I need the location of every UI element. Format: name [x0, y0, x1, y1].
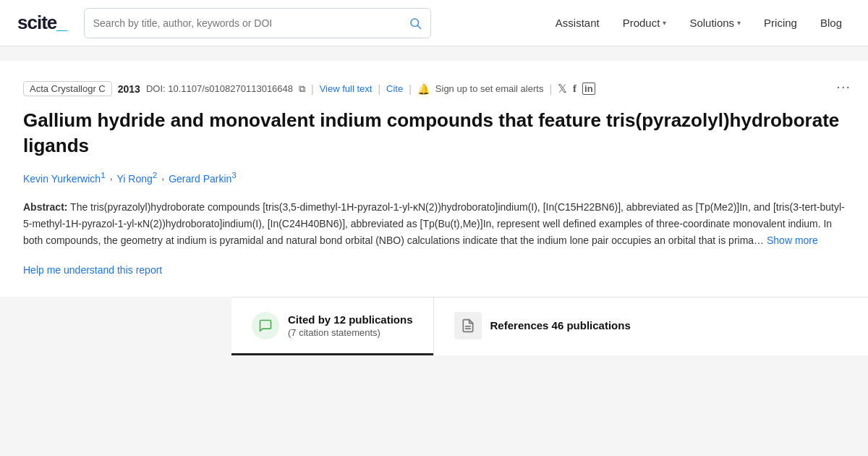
tab-cited-by[interactable]: Cited by 12 publications (7 citation sta… — [231, 297, 433, 355]
document-icon — [461, 318, 475, 333]
more-options-button[interactable]: ··· — [836, 78, 851, 95]
nav-item-solutions[interactable]: Solutions ▾ — [681, 11, 749, 35]
svg-point-0 — [411, 19, 419, 27]
cite-link[interactable]: Cite — [386, 83, 403, 94]
logo[interactable]: scite_ — [17, 12, 67, 34]
view-full-text-link[interactable]: View full text — [320, 83, 373, 94]
abstract-section: Abstract: The tris(pyrazolyl)hydroborate… — [23, 199, 845, 249]
show-more-link[interactable]: Show more — [767, 235, 818, 246]
author-link-2[interactable]: Yi Rong2 — [117, 170, 158, 185]
search-icon — [409, 17, 422, 30]
copy-icon[interactable]: ⧉ — [299, 83, 305, 95]
meta-row: Acta Crystallogr C 2013 DOI: 10.1107/s01… — [23, 81, 845, 96]
help-understand-link[interactable]: Help me understand this report — [23, 264, 162, 276]
abstract-text: The tris(pyrazolyl)hydroborate compounds… — [23, 201, 845, 246]
search-input[interactable] — [93, 17, 403, 29]
chat-bubble-icon — [258, 318, 273, 333]
author-link-1[interactable]: Kevin Yurkerwich1 — [23, 170, 106, 185]
nav-item-assistant[interactable]: Assistant — [547, 11, 608, 35]
nav-item-blog[interactable]: Blog — [812, 11, 851, 35]
chevron-down-icon: ▾ — [737, 19, 741, 27]
nav-item-product[interactable]: Product ▾ — [614, 11, 676, 35]
citation-icon-wrap — [252, 312, 279, 339]
article-title: Gallium hydride and monovalent indium co… — [23, 108, 845, 159]
tab-sub-label-cited: (7 citation statements) — [288, 327, 413, 338]
search-bar[interactable] — [84, 8, 431, 38]
main-nav: Assistant Product ▾ Solutions ▾ Pricing … — [547, 11, 851, 35]
tab-main-label-references: References 46 publications — [490, 319, 631, 332]
tab-main-label-cited: Cited by 12 publications — [288, 313, 413, 326]
email-alert-text: Sign up to set email alerts — [435, 83, 544, 94]
nav-item-pricing[interactable]: Pricing — [755, 11, 806, 35]
linkedin-icon[interactable]: in — [582, 83, 595, 95]
journal-badge: Acta Crystallogr C — [23, 81, 112, 96]
social-icons: 𝕏 f in — [558, 82, 595, 96]
tabs-section: Cited by 12 publications (7 citation sta… — [0, 297, 868, 355]
svg-line-1 — [417, 25, 420, 28]
author-link-3[interactable]: Gerard Parkin3 — [169, 170, 237, 185]
year-badge: 2013 — [118, 83, 140, 95]
tab-text-cited: Cited by 12 publications (7 citation sta… — [288, 313, 413, 338]
tab-text-references: References 46 publications — [490, 319, 631, 332]
tabs-row: Cited by 12 publications (7 citation sta… — [231, 297, 868, 355]
header: scite_ Assistant Product ▾ Solutions ▾ P… — [0, 0, 868, 46]
doi-text: DOI: 10.1107/s0108270113016648 — [146, 83, 293, 94]
left-spacer — [0, 297, 231, 355]
twitter-icon[interactable]: 𝕏 — [558, 82, 567, 96]
references-icon-wrap — [454, 312, 482, 339]
tabs-container: Cited by 12 publications (7 citation sta… — [231, 297, 868, 355]
authors: Kevin Yurkerwich1 , Yi Rong2 , Gerard Pa… — [23, 170, 845, 185]
main-content: ··· Acta Crystallogr C 2013 DOI: 10.1107… — [0, 46, 868, 370]
chevron-down-icon: ▾ — [663, 19, 666, 27]
abstract-label: Abstract: — [23, 201, 67, 213]
article-card: ··· Acta Crystallogr C 2013 DOI: 10.1107… — [0, 61, 868, 297]
bell-icon[interactable]: 🔔 — [417, 83, 430, 95]
tab-references[interactable]: References 46 publications — [434, 297, 651, 355]
facebook-icon[interactable]: f — [573, 83, 576, 95]
